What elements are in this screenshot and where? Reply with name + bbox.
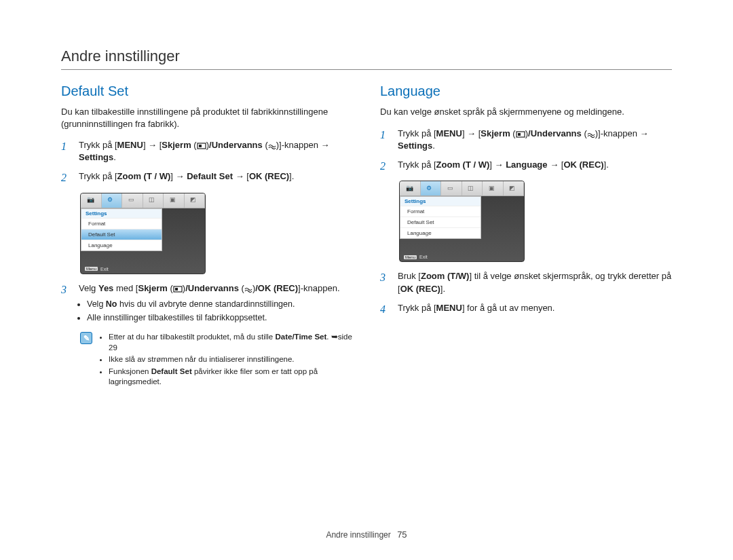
- menu-dropdown: Settings Format Default Set Language: [81, 208, 162, 251]
- sub-bullet-list: Velg No hvis du vil avbryte denne standa…: [79, 299, 353, 324]
- okrec-label: OK (REC): [563, 160, 603, 170]
- tab-icon: 📷: [400, 181, 421, 195]
- text: Velg: [79, 283, 98, 293]
- menu-tabs: 📷 ⚙ ▭ ◫ ▣ ◩: [400, 181, 524, 196]
- step-body: Trykk på [Zoom (T / W)] → Default Set → …: [79, 170, 353, 185]
- okrec-label: OK (REC): [400, 284, 440, 294]
- menu-dropdown: Settings Format Default Set Language: [400, 196, 481, 239]
- text: ]-knappen →: [279, 140, 329, 150]
- skjerm-label: Skjerm: [481, 128, 510, 138]
- text: .: [432, 141, 435, 151]
- yes-label: Yes: [98, 283, 113, 293]
- step-number: 1: [61, 139, 71, 164]
- step-1: 1 Trykk på [MENU] → [Skjerm ()/Undervann…: [61, 139, 353, 164]
- underwater-icon: (): [242, 283, 256, 293]
- step-number: 3: [380, 270, 390, 295]
- two-column-layout: Default Set Du kan tilbakestille innstil…: [61, 83, 672, 389]
- okrec-label: /OK (REC): [255, 283, 298, 293]
- step-2: 2 Trykk på [Zoom (T / W)] → Language → […: [380, 159, 672, 174]
- text: Funksjonen: [109, 367, 151, 375]
- zoom-label: Zoom (T/W): [421, 271, 469, 281]
- menu-label: MENU: [117, 140, 143, 150]
- undervanns-label: /Undervanns: [209, 140, 263, 150]
- skjerm-label: Skjerm: [162, 140, 191, 150]
- text: .: [113, 152, 116, 162]
- tab-settings-icon: ⚙: [421, 181, 442, 195]
- footer-label: Andre innstillinger: [326, 530, 390, 540]
- step-body: Trykk på [MENU] → [Skjerm ()/Undervanns …: [79, 139, 353, 164]
- step-number: 1: [380, 128, 390, 152]
- step-body: Trykk på [MENU] for å gå ut av menyen.: [398, 302, 672, 317]
- menu-section-label: Settings: [81, 209, 162, 218]
- display-icon: (): [512, 128, 528, 138]
- menu-item: Language: [400, 227, 481, 238]
- step-3: 3 Velg Yes med [Skjerm ()/Undervanns ()/…: [61, 282, 353, 325]
- menu-exit-hint: Menu Exit: [404, 255, 428, 259]
- skjerm-label: Skjerm: [138, 283, 167, 293]
- text: hvis du vil avbryte denne standardinnsti…: [117, 299, 295, 309]
- page-number: 75: [397, 529, 407, 540]
- bullet-item: Alle innstillinger tilbakestilles til fa…: [87, 312, 353, 324]
- svg-rect-1: [199, 145, 202, 147]
- step-body: Trykk på [MENU] → [Skjerm ()/Undervanns …: [398, 128, 672, 152]
- menu-item-selected: Default Set: [81, 229, 162, 240]
- step-body: Velg Yes med [Skjerm ()/Undervanns ()/OK…: [79, 282, 353, 325]
- text: ]-knappen.: [298, 283, 339, 293]
- step-number: 2: [61, 170, 71, 185]
- menu-item: Language: [81, 240, 162, 250]
- zoom-label: Zoom (T / W): [436, 160, 490, 170]
- section-title-language: Language: [380, 83, 672, 99]
- menu-item: Default Set: [400, 217, 481, 227]
- intro-text: Du kan tilbakestille innstillingene på p…: [61, 106, 353, 130]
- text: ].: [604, 160, 609, 170]
- tab-settings-icon: ⚙: [102, 193, 123, 208]
- text: ] for å gå ut av menyen.: [462, 303, 555, 313]
- menu-exit-label: Exit: [100, 267, 109, 272]
- undervanns-label: /Undervanns: [185, 283, 239, 293]
- step-4: 4 Trykk på [MENU] for å gå ut av menyen.: [380, 302, 672, 317]
- menu-exit-tag: Menu: [404, 255, 417, 259]
- display-icon: (): [170, 283, 185, 293]
- intro-text: Du kan velge ønsket språk på skjermmenye…: [380, 106, 672, 118]
- menu-section-label: Settings: [400, 197, 481, 206]
- step-number: 2: [380, 159, 390, 174]
- tab-icon: ▣: [164, 193, 185, 208]
- menu-tabs: 📷 ⚙ ▭ ◫ ▣ ◩: [81, 193, 205, 208]
- svg-rect-5: [518, 133, 521, 136]
- text: Trykk på [: [398, 303, 436, 313]
- no-label: No: [106, 299, 117, 309]
- text: ].: [289, 171, 294, 181]
- language-label: Language: [506, 160, 547, 170]
- step-number: 3: [61, 282, 71, 325]
- svg-rect-3: [175, 288, 178, 291]
- step-3: 3 Bruk [Zoom (T/W)] til å velge ønsket s…: [380, 270, 672, 295]
- undervanns-label: /Undervanns: [528, 128, 582, 138]
- tab-icon: ◩: [185, 193, 206, 208]
- step-body: Bruk [Zoom (T/W)] til å velge ønsket skj…: [398, 270, 672, 295]
- text: Trykk på [: [398, 160, 436, 170]
- menu-label: MENU: [436, 303, 462, 313]
- tab-icon: ◫: [143, 193, 164, 208]
- okrec-label: OK (REC): [249, 171, 289, 181]
- menu-exit-hint: Menu Exit: [85, 267, 109, 272]
- step-body: Trykk på [Zoom (T / W)] → Language → [OK…: [398, 159, 672, 174]
- step-number: 4: [380, 302, 390, 317]
- text: Trykk på [: [398, 128, 436, 138]
- zoom-label: Zoom (T / W): [117, 171, 171, 181]
- text: med [: [113, 283, 138, 293]
- menu-exit-tag: Menu: [85, 267, 98, 271]
- text: → [: [548, 160, 564, 170]
- menu-screenshot-right: 📷 ⚙ ▭ ◫ ▣ ◩ Settings Format Default Set …: [399, 181, 525, 262]
- default-set-section: Default Set Du kan tilbakestille innstil…: [61, 83, 353, 389]
- default-set-label: Default Set: [151, 367, 192, 375]
- text: Velg: [87, 299, 106, 309]
- note-icon: ✎: [80, 332, 92, 344]
- step-1: 1 Trykk på [MENU] → [Skjerm ()/Undervann…: [380, 128, 672, 152]
- text: Trykk på [: [79, 171, 117, 181]
- tab-icon: ▭: [122, 193, 143, 208]
- bullet-item: Velg No hvis du vil avbryte denne standa…: [87, 299, 353, 311]
- note-item: Funksjonen Default Set påvirker ikke fil…: [109, 367, 353, 388]
- text: ] →: [170, 171, 187, 181]
- menu-label: MENU: [436, 128, 462, 138]
- note-item: Etter at du har tilbakestilt produktet, …: [109, 332, 353, 353]
